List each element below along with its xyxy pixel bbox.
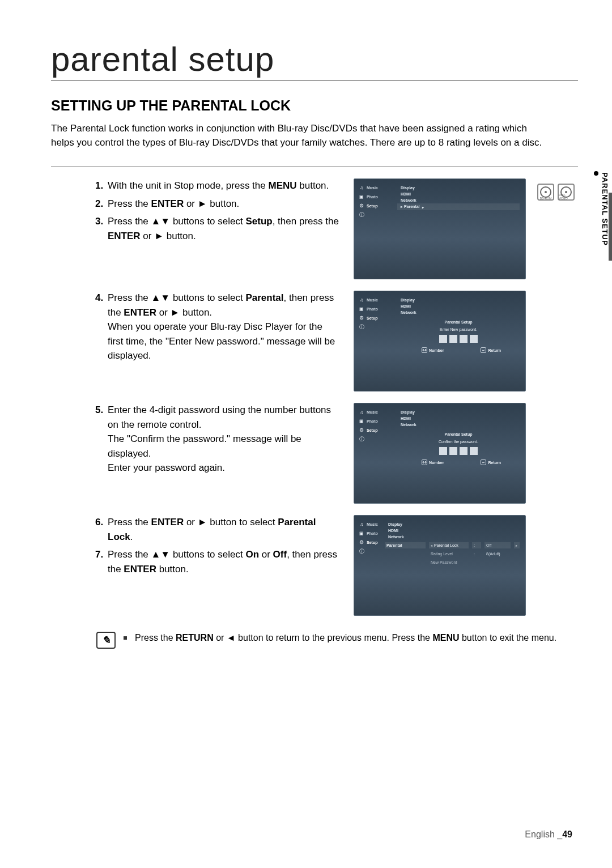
globe-icon (359, 324, 364, 330)
tv-screenshot-enter-pw: Music Photo Setup Display HDMI Network P… (354, 291, 526, 392)
divider (51, 167, 578, 167)
globe-icon (359, 212, 364, 218)
step-2: 2. Press the ENTER or ► button. (95, 197, 339, 211)
pw-digit (460, 335, 468, 343)
row-3: 5. Enter the 4-digit password using the … (51, 403, 578, 504)
step-6: 6. Press the ENTER or ► button to select… (95, 515, 339, 544)
tv-menu-display: Display (397, 185, 520, 191)
music-icon (359, 297, 364, 303)
bd-rom-icon: BD-ROM (537, 184, 554, 201)
row-1: 1. With the unit in Stop mode, press the… (51, 178, 578, 279)
dvd-video-label: DVD-VIDEO (559, 193, 573, 200)
step-5: 5. Enter the 4-digit password using the … (95, 403, 339, 475)
tv-hints: 0-9Number ↩Return (422, 459, 501, 465)
password-boxes (422, 447, 495, 455)
bd-rom-label: BD-ROM (540, 197, 551, 200)
tv-nav: Music Photo Setup (359, 185, 392, 221)
tv-val-off: Off (484, 542, 511, 548)
steps-block-4: 6. Press the ENTER or ► button to select… (51, 515, 339, 580)
number-key-icon: 0-9 (422, 347, 427, 353)
music-icon (359, 185, 364, 190)
password-boxes (422, 335, 495, 343)
page: parental setup SETTING UP THE PARENTAL L… (0, 0, 612, 868)
note-row: ✎ Press the RETURN or ◄ button to return… (96, 632, 578, 649)
side-tab-label: PARENTAL SETUP (601, 170, 609, 246)
row-4: 6. Press the ENTER or ► button to select… (51, 515, 578, 616)
pw-digit (470, 335, 478, 343)
tv-screenshot-confirm-pw: Music Photo Setup Display HDMI Network P… (354, 403, 526, 504)
steps-block-2: 4. Press the ▲▼ buttons to select Parent… (51, 291, 339, 367)
note-icon: ✎ (96, 632, 116, 649)
tv-menu-hdmi: HDMI (397, 191, 520, 197)
photo-icon (359, 306, 364, 312)
pw-digit (470, 447, 478, 455)
row-2: 4. Press the ▲▼ buttons to select Parent… (51, 291, 578, 392)
pw-digit (439, 447, 447, 455)
footer: English _49 (525, 829, 572, 840)
side-bullet-icon (594, 171, 598, 176)
tv-dialog-title: Parental Setup (422, 432, 495, 436)
tv-hints: 0-9Number ↩Return (422, 347, 501, 353)
note-bullet-icon (124, 636, 127, 640)
tv-dialog-msg: Confirm the password. (422, 440, 495, 444)
tv-menu: Display HDMI Network ▸ Parental▸ (397, 185, 520, 221)
tv-screenshot-lock-grid: Music Photo Setup Display HDMI Network P… (354, 515, 526, 616)
step-3: 3. Press the ▲▼ buttons to select Setup,… (95, 214, 339, 243)
photo-icon (359, 530, 364, 536)
music-icon (359, 521, 364, 527)
tv-dialog-msg: Enter New password. (422, 327, 495, 331)
footer-lang: English (525, 829, 554, 839)
music-icon (359, 409, 364, 415)
tv-dialog-title: Parental Setup (422, 320, 495, 324)
hint-return: ↩Return (481, 347, 501, 353)
chapter-title: parental setup (51, 40, 578, 80)
section-title: SETTING UP THE PARENTAL LOCK (51, 97, 578, 114)
hint-number: 0-9Number (422, 459, 444, 465)
pw-digit (460, 447, 468, 455)
tv-dialog-confirm: Parental Setup Confirm the password. 0-9… (422, 432, 495, 465)
return-key-icon: ↩ (481, 459, 486, 465)
tv-nav: Music Photo Setup (359, 297, 392, 353)
tv-lock-grid: Parental ◂Parental Lock : Off ▸ Rating L… (385, 542, 520, 565)
tv-nav-photo: Photo (359, 194, 392, 199)
photo-icon (359, 194, 364, 199)
tv-dialog-enter: Parental Setup Enter New password. 0-9Nu… (422, 320, 495, 353)
steps-block-1: 1. With the unit in Stop mode, press the… (51, 178, 339, 246)
steps-block-3: 5. Enter the 4-digit password using the … (51, 403, 339, 479)
tv-menu-network: Network (397, 197, 520, 203)
tv-menu-parental: ▸ Parental▸ (397, 203, 520, 210)
tv-row-new-password: New Password (429, 559, 469, 565)
globe-icon (359, 548, 364, 554)
step-7: 7. Press the ▲▼ buttons to select On or … (95, 547, 339, 576)
step-4: 4. Press the ▲▼ buttons to select Parent… (95, 291, 339, 363)
note-text: Press the RETURN or ◄ button to return t… (135, 632, 556, 644)
tv-nav-music: Music (359, 185, 392, 190)
globe-icon (359, 436, 364, 442)
gear-icon (359, 539, 364, 545)
tv-col-parental: Parental (385, 542, 426, 548)
number-key-icon: 0-9 (422, 459, 427, 465)
gear-icon (359, 427, 364, 433)
step-1: 1. With the unit in Stop mode, press the… (95, 178, 339, 193)
pw-digit (449, 335, 457, 343)
tv-nav-setup: Setup (359, 203, 392, 209)
side-strip (609, 193, 612, 261)
gear-icon (359, 203, 364, 209)
tv-val-rating: 8(Adult) (484, 551, 511, 557)
gear-icon (359, 315, 364, 321)
tv-screenshot-setup: Music Photo Setup Display HDMI Network ▸… (354, 178, 526, 279)
tv-row-rating-level: Rating Level (429, 551, 469, 557)
tv-nav-unknown (359, 212, 392, 218)
return-key-icon: ↩ (481, 347, 486, 353)
tv-row-parental-lock: ◂Parental Lock (429, 542, 469, 548)
dvd-video-icon: DVD-VIDEO (558, 184, 575, 201)
hint-number: 0-9Number (422, 347, 444, 353)
disc-icons: BD-ROM DVD-VIDEO (537, 184, 575, 201)
pw-digit (439, 335, 447, 343)
pw-digit (449, 447, 457, 455)
photo-icon (359, 418, 364, 424)
intro-paragraph: The Parental Lock function works in conj… (51, 122, 550, 150)
hint-return: ↩Return (481, 459, 501, 465)
footer-page: 49 (562, 829, 572, 839)
